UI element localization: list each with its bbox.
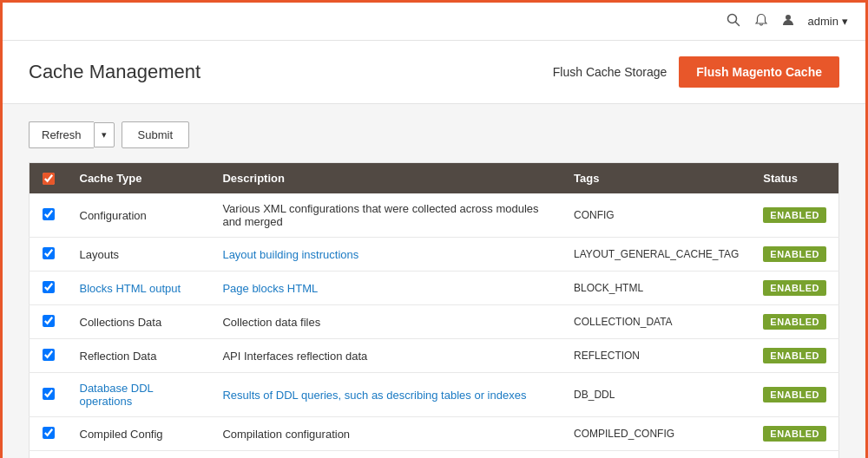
admin-dropdown-arrow: ▾: [842, 15, 848, 28]
status-badge: ENABLED: [763, 348, 826, 363]
row-select-cell: [30, 272, 68, 305]
svg-point-2: [786, 15, 791, 20]
row-select-cell: [30, 373, 68, 417]
table-row: Blocks HTML outputPage blocks HTMLBLOCK_…: [30, 272, 839, 305]
description-cell: API Interfaces reflection data: [210, 339, 562, 373]
row-checkbox[interactable]: [43, 349, 55, 361]
row-select-cell: [30, 339, 68, 373]
content-area: Refresh ▾ Submit Cache Type Description …: [3, 104, 865, 458]
cache-type-cell: Reflection Data: [68, 339, 211, 373]
status-cell: ENABLED: [751, 272, 838, 305]
user-icon: [782, 14, 794, 29]
select-all-checkbox[interactable]: [43, 173, 55, 185]
cache-type-cell: Database DDL operations: [68, 373, 211, 417]
tags-cell: DB_DDL: [562, 373, 751, 417]
table-header: Cache Type Description Tags Status: [30, 163, 839, 194]
row-checkbox[interactable]: [43, 315, 55, 327]
page-header: Cache Management Flush Cache Storage Flu…: [3, 41, 865, 104]
tags-column-header: Tags: [562, 163, 751, 194]
cache-type-cell: Layouts: [68, 238, 211, 272]
description-cell: Compilation configuration: [210, 417, 562, 451]
svg-line-1: [735, 22, 739, 25]
table-header-row: Cache Type Description Tags Status: [30, 163, 839, 194]
cache-type-column-header: Cache Type: [68, 163, 211, 194]
status-badge: ENABLED: [763, 207, 826, 223]
status-cell: ENABLED: [751, 305, 838, 339]
row-checkbox[interactable]: [43, 247, 55, 259]
row-select-cell: [30, 417, 68, 451]
row-select-cell: [30, 193, 68, 238]
status-cell: ENABLED: [751, 417, 838, 451]
tags-cell: COMPILED_CONFIG: [562, 417, 751, 451]
table-body: ConfigurationVarious XML configurations …: [30, 193, 839, 458]
row-checkbox[interactable]: [43, 208, 55, 220]
tags-cell: FPC: [562, 451, 751, 459]
cache-type-link[interactable]: Blocks HTML output: [80, 282, 181, 295]
flush-magento-cache-button[interactable]: Flush Magento Cache: [679, 56, 839, 88]
table-row: Page CacheFull page cachingFPCENABLED: [30, 451, 839, 459]
page-title: Cache Management: [29, 61, 201, 83]
cache-type-cell: Configuration: [68, 193, 211, 238]
admin-text: admin: [808, 15, 838, 28]
table-row: Compiled ConfigCompilation configuration…: [30, 417, 839, 451]
table-row: Collections DataCollection data filesCOL…: [30, 305, 839, 339]
flush-cache-storage-button[interactable]: Flush Cache Storage: [553, 65, 667, 79]
refresh-dropdown-button[interactable]: ▾: [94, 122, 115, 147]
cache-type-link[interactable]: Database DDL operations: [80, 382, 154, 408]
description-link[interactable]: Results of DDL queries, such as describi…: [222, 389, 526, 402]
row-checkbox[interactable]: [43, 388, 55, 400]
row-checkbox[interactable]: [43, 281, 55, 293]
cache-type-cell: Collections Data: [68, 305, 211, 339]
description-column-header: Description: [210, 163, 562, 194]
description-link[interactable]: Page blocks HTML: [222, 282, 318, 295]
bell-icon[interactable]: [754, 13, 768, 30]
description-cell: Results of DDL queries, such as describi…: [210, 373, 562, 417]
table-row: ConfigurationVarious XML configurations …: [30, 193, 839, 238]
tags-cell: BLOCK_HTML: [562, 272, 751, 305]
header-actions: Flush Cache Storage Flush Magento Cache: [553, 56, 839, 88]
row-select-cell: [30, 238, 68, 272]
table-row: Reflection DataAPI Interfaces reflection…: [30, 339, 839, 373]
description-cell: Full page caching: [210, 451, 562, 459]
refresh-button[interactable]: Refresh: [29, 121, 94, 148]
status-badge: ENABLED: [763, 314, 826, 330]
description-link[interactable]: Layout building instructions: [222, 248, 358, 261]
table-row: Database DDL operationsResults of DDL qu…: [30, 373, 839, 417]
status-badge: ENABLED: [763, 387, 826, 402]
tags-cell: COLLECTION_DATA: [562, 305, 751, 339]
status-badge: ENABLED: [763, 280, 826, 296]
status-column-header: Status: [751, 163, 838, 194]
cache-type-cell: Page Cache: [68, 451, 211, 459]
status-cell: ENABLED: [751, 238, 838, 272]
description-cell: Collection data files: [210, 305, 562, 339]
status-badge: ENABLED: [763, 246, 826, 262]
description-cell: Layout building instructions: [210, 238, 562, 272]
admin-menu[interactable]: admin ▾: [808, 15, 848, 28]
tags-cell: LAYOUT_GENERAL_CACHE_TAG: [562, 238, 751, 272]
table-row: LayoutsLayout building instructionsLAYOU…: [30, 238, 839, 272]
search-icon[interactable]: [727, 13, 740, 30]
status-cell: ENABLED: [751, 451, 838, 459]
cache-type-cell: Blocks HTML output: [68, 272, 211, 305]
row-select-cell: [30, 451, 68, 459]
status-cell: ENABLED: [751, 339, 838, 373]
toolbar: Refresh ▾ Submit: [29, 121, 839, 148]
row-select-cell: [30, 305, 68, 339]
select-all-column: [30, 163, 68, 194]
tags-cell: REFLECTION: [562, 339, 751, 373]
status-cell: ENABLED: [751, 373, 838, 417]
top-nav: admin ▾: [3, 3, 865, 41]
description-cell: Various XML configurations that were col…: [210, 193, 562, 238]
tags-cell: CONFIG: [562, 193, 751, 238]
description-cell: Page blocks HTML: [210, 272, 562, 305]
cache-type-cell: Compiled Config: [68, 417, 211, 451]
row-checkbox[interactable]: [43, 427, 55, 439]
submit-button[interactable]: Submit: [122, 121, 189, 148]
status-cell: ENABLED: [751, 193, 838, 238]
cache-management-table: Cache Type Description Tags Status Confi…: [29, 162, 839, 458]
status-badge: ENABLED: [763, 426, 826, 442]
